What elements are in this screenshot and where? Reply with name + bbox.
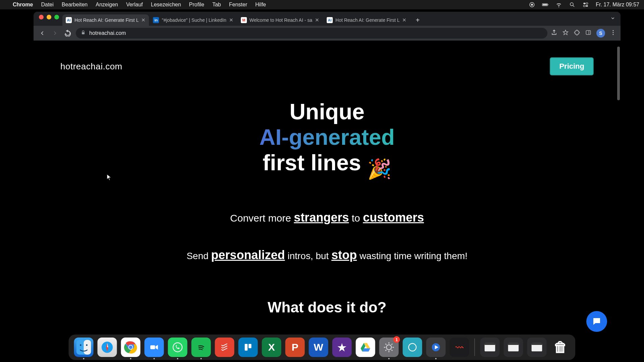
menu-profile[interactable]: Profile [189, 2, 204, 8]
browser-tab-1[interactable]: AI Hot Reach AI: Generate First L ✕ [62, 14, 149, 26]
tab-title: Hot Reach AI: Generate First L [335, 17, 399, 23]
browser-tab-4[interactable]: AI Hot Reach AI: Generate First L ✕ [323, 14, 410, 26]
tab-list-dropdown-icon[interactable] [610, 15, 616, 22]
dock-badge: 1 [393, 336, 400, 343]
window-fullscreen-button[interactable] [54, 15, 59, 19]
share-icon[interactable] [551, 29, 557, 37]
window-close-button[interactable] [39, 15, 44, 19]
menubar-app-name[interactable]: Chrome [13, 2, 33, 8]
page-viewport[interactable]: hotreachai.com Pricing Unique AI-generat… [34, 41, 621, 342]
dock-system-settings-icon[interactable]: 1 [379, 338, 399, 357]
svg-rect-3 [543, 4, 547, 5]
browser-tab-3[interactable]: M Welcome to Hot Reach AI - sa ✕ [237, 14, 323, 26]
text: Send [186, 251, 211, 261]
svg-point-16 [613, 34, 614, 35]
dock-zoom-icon[interactable] [145, 338, 164, 357]
svg-point-27 [129, 346, 132, 349]
menubar-clock[interactable]: Fr. 17. März 09:57 [596, 2, 639, 8]
site-lock-icon[interactable] [80, 30, 86, 37]
menu-tab[interactable]: Tab [212, 2, 221, 8]
dock-trash-icon[interactable]: 🗑 [551, 338, 570, 357]
address-bar[interactable]: hotreachai.com [76, 28, 547, 39]
section-heading: What does it do? [60, 299, 594, 316]
sidepanel-icon[interactable] [585, 29, 592, 37]
battery-icon[interactable] [542, 1, 549, 8]
wifi-icon[interactable] [555, 1, 562, 8]
hero-heading: Unique AI-generated first lines 🎉 [60, 99, 594, 180]
tab-title: "#jobadvice" | Suche | LinkedIn [162, 17, 226, 23]
emphasis-stop: stop [331, 248, 357, 262]
dock-minimized-window-1[interactable] [480, 338, 500, 357]
svg-rect-31 [245, 344, 248, 351]
screen-record-icon[interactable] [529, 1, 535, 8]
tab-title: Welcome to Hot Reach AI - sa [250, 17, 312, 23]
dock-chrome-icon[interactable] [121, 338, 141, 357]
macos-menubar: Chrome Datei Bearbeiten Anzeigen Verlauf… [0, 0, 644, 9]
menu-fenster[interactable]: Fenster [229, 2, 247, 8]
menu-lesezeichen[interactable]: Lesezeichen [151, 2, 181, 8]
svg-point-29 [173, 343, 182, 352]
dock-imovie-icon[interactable]: ★ [332, 338, 352, 357]
menu-verlauf[interactable]: Verlauf [126, 2, 143, 8]
dock-minimized-window-2[interactable] [504, 338, 523, 357]
vertical-scrollbar[interactable] [617, 47, 620, 100]
tab-close-icon[interactable]: ✕ [402, 17, 407, 23]
svg-line-39 [391, 350, 392, 351]
svg-rect-45 [485, 343, 495, 345]
pricing-button[interactable]: Pricing [550, 57, 594, 75]
svg-line-6 [573, 5, 574, 7]
svg-rect-32 [249, 344, 252, 348]
dock-finder-icon[interactable] [74, 338, 94, 357]
menu-datei[interactable]: Datei [41, 2, 53, 8]
dock-app-teal-icon[interactable] [403, 338, 422, 357]
hero-line-1: Unique [289, 99, 365, 124]
dock-quicktime-icon[interactable] [426, 338, 446, 357]
forward-button[interactable] [50, 28, 60, 38]
svg-rect-28 [150, 345, 155, 349]
browser-toolbar: hotreachai.com S [34, 26, 621, 41]
window-minimize-button[interactable] [47, 15, 51, 19]
svg-rect-7 [583, 3, 585, 4]
party-emoji-icon: 🎉 [367, 158, 391, 180]
tab-close-icon[interactable]: ✕ [229, 17, 233, 23]
svg-rect-10 [586, 5, 588, 7]
dock-word-icon[interactable]: W [309, 338, 328, 357]
menu-anzeigen[interactable]: Anzeigen [96, 2, 118, 8]
profile-avatar[interactable]: S [596, 29, 605, 38]
svg-point-33 [386, 345, 391, 350]
dock-whatsapp-icon[interactable] [168, 338, 187, 357]
dock-voicememo-icon[interactable] [450, 338, 469, 357]
back-button[interactable] [38, 28, 47, 38]
svg-line-38 [385, 344, 386, 345]
dock-minimized-window-3[interactable] [527, 338, 547, 357]
site-brand[interactable]: hotreachai.com [60, 61, 122, 72]
reload-button[interactable] [63, 28, 72, 38]
dock-powerpoint-icon[interactable]: P [285, 338, 305, 357]
dock-googledrive-icon[interactable] [356, 338, 375, 357]
control-center-icon[interactable] [582, 1, 589, 8]
new-tab-button[interactable]: + [413, 15, 423, 25]
tab-close-icon[interactable]: ✕ [315, 17, 319, 23]
chat-widget-button[interactable] [586, 311, 607, 332]
chrome-menu-icon[interactable] [610, 29, 616, 37]
svg-point-19 [80, 344, 82, 346]
text: intros, but [285, 251, 331, 261]
bookmark-star-icon[interactable] [562, 29, 569, 37]
svg-rect-4 [548, 4, 548, 5]
subheading-2: Send personalized intros, but stop wasti… [60, 248, 594, 262]
dock-spotify-icon[interactable] [192, 338, 211, 357]
dock-excel-icon[interactable]: X [262, 338, 281, 357]
spotlight-icon[interactable] [569, 1, 576, 8]
browser-tab-2[interactable]: in "#jobadvice" | Suche | LinkedIn ✕ [150, 14, 236, 26]
dock-trello-icon[interactable] [238, 338, 258, 357]
dock-todoist-icon[interactable] [215, 338, 234, 357]
menu-bearbeiten[interactable]: Bearbeiten [62, 2, 88, 8]
dock-safari-icon[interactable] [98, 338, 117, 357]
macos-dock: X P W ★ 1 🗑 [69, 335, 576, 360]
address-bar-url: hotreachai.com [89, 30, 126, 36]
tab-close-icon[interactable]: ✕ [141, 17, 146, 23]
extensions-icon[interactable] [574, 29, 580, 37]
svg-rect-12 [586, 31, 590, 35]
menu-hilfe[interactable]: Hilfe [255, 2, 266, 8]
emphasis-customers: customers [363, 210, 424, 224]
